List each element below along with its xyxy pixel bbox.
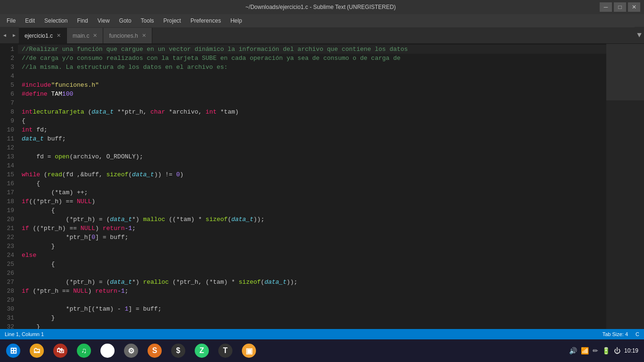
line-number-9: 9: [4, 116, 14, 125]
menu-item-view[interactable]: View: [93, 16, 115, 26]
menu-item-help[interactable]: Help: [226, 16, 247, 26]
taskbar-sublime[interactable]: S: [143, 341, 166, 361]
terminal-icon: $: [171, 344, 185, 358]
close-tab-2[interactable]: ✕: [142, 33, 146, 39]
line-number-31: 31: [4, 313, 14, 322]
tab-size[interactable]: Tab Size: 4: [603, 331, 628, 337]
line-number-6: 6: [4, 90, 14, 99]
tab-main-c[interactable]: main.c✕: [67, 28, 103, 43]
code-line-14: [18, 161, 606, 170]
tab-label: main.c: [73, 33, 89, 39]
taskbar-store[interactable]: 🛍: [49, 341, 72, 361]
wifi-icon[interactable]: 📶: [581, 347, 589, 354]
chrome-icon: ⬤: [100, 344, 115, 358]
close-button[interactable]: ✕: [628, 2, 640, 12]
taskbar-start[interactable]: ⊞: [2, 341, 25, 361]
line-numbers: 1234567891011121314151617181920212223242…: [0, 44, 18, 329]
code-line-1: //Realizar una función que cargue en un …: [18, 45, 606, 54]
tab-bar: ◀ ▶ ejercicio1.c✕main.c✕funciones.h✕▼: [0, 27, 644, 44]
tab-funciones-h[interactable]: funciones.h✕: [103, 28, 152, 43]
line-number-23: 23: [4, 242, 14, 251]
code-line-21: if ((*ptr_h) == NULL) return -1;: [18, 224, 606, 233]
menu-item-edit[interactable]: Edit: [20, 16, 40, 26]
line-number-26: 26: [4, 269, 14, 278]
line-number-1: 1: [4, 45, 14, 54]
line-number-24: 24: [4, 251, 14, 260]
close-tab-0[interactable]: ✕: [57, 33, 61, 39]
taskbar-terminal[interactable]: $: [167, 341, 190, 361]
line-number-10: 10: [4, 125, 14, 134]
taskbar: ⊞🗂🛍♫⬤⚙S$ZT▣ 🔊 📶 ✏ 🔋 ⏻ 10:19: [0, 339, 644, 362]
tab-scroll-right[interactable]: ▶: [9, 27, 19, 43]
line-number-14: 14: [4, 161, 14, 170]
typora-icon: T: [218, 344, 232, 358]
code-line-8: int lecturaTarjeta (data_t **ptr_h, char…: [18, 107, 606, 116]
battery-icon[interactable]: 🔋: [602, 347, 610, 354]
line-number-25: 25: [4, 260, 14, 269]
clock-time: 10:19: [624, 347, 638, 354]
line-number-32: 32: [4, 322, 14, 329]
menu-item-preferences[interactable]: Preferences: [186, 16, 226, 26]
start-icon: ⊞: [6, 344, 20, 358]
line-number-19: 19: [4, 206, 14, 215]
zip-icon: Z: [195, 344, 209, 358]
restore-button[interactable]: □: [614, 2, 626, 12]
power-icon[interactable]: ⏻: [614, 347, 620, 354]
taskbar-chrome[interactable]: ⬤: [96, 341, 119, 361]
menu-item-tools[interactable]: Tools: [136, 16, 159, 26]
taskbar-right: 🔊 📶 ✏ 🔋 ⏻ 10:19: [569, 347, 642, 354]
code-line-5: #include "funciones.h": [18, 81, 606, 90]
line-number-13: 13: [4, 152, 14, 161]
code-line-20: (*ptr_h) = (data_t*) malloc ((*tam) * si…: [18, 215, 606, 224]
line-number-16: 16: [4, 179, 14, 188]
line-number-5: 5: [4, 81, 14, 90]
tab-overflow[interactable]: ▼: [635, 27, 644, 43]
line-number-22: 22: [4, 233, 14, 242]
menu-bar: FileEditSelectionFindViewGotoToolsProjec…: [0, 14, 644, 27]
code-line-3: //la misma. La estructura de los datos e…: [18, 63, 606, 72]
code-line-17: (*tam) ++;: [18, 188, 606, 197]
title-bar: ~/Downloads/ejercicio1.c - Sublime Text …: [0, 0, 644, 14]
tab-scroll-left[interactable]: ◀: [0, 27, 9, 43]
code-line-12: [18, 143, 606, 152]
minimap-viewport: [606, 44, 644, 100]
code-line-32: }: [18, 322, 606, 329]
photos-icon: ▣: [242, 344, 256, 358]
tab-ejercicio1-c[interactable]: ejercicio1.c✕: [19, 28, 67, 43]
menu-item-goto[interactable]: Goto: [115, 16, 136, 26]
sublime-icon: S: [148, 344, 162, 358]
code-line-6: #define TAM 100: [18, 90, 606, 99]
minimize-button[interactable]: ─: [600, 2, 612, 12]
code-area[interactable]: //Realizar una función que cargue en un …: [18, 44, 606, 329]
menu-item-find[interactable]: Find: [72, 16, 92, 26]
settings-icon: ⚙: [124, 344, 138, 358]
taskbar-photos[interactable]: ▣: [238, 341, 260, 361]
code-line-31: }: [18, 313, 606, 322]
line-number-29: 29: [4, 296, 14, 304]
menu-item-file[interactable]: File: [2, 16, 20, 26]
close-tab-1[interactable]: ✕: [93, 33, 97, 39]
pen-icon[interactable]: ✏: [593, 347, 598, 354]
taskbar-settings[interactable]: ⚙: [120, 341, 142, 361]
taskbar-music[interactable]: ♫: [73, 341, 95, 361]
language-mode[interactable]: C: [636, 331, 639, 337]
taskbar-clock[interactable]: 10:19: [624, 347, 638, 354]
code-line-30: *ptr_h[(*tam) - 1] = buff;: [18, 304, 606, 313]
menu-item-selection[interactable]: Selection: [40, 16, 72, 26]
status-bar: Line 1, Column 1 Tab Size: 4 C: [0, 329, 644, 339]
code-line-9: {: [18, 116, 606, 125]
cursor-position: Line 1, Column 1: [5, 331, 44, 337]
code-line-4: [18, 72, 606, 81]
code-line-25: {: [18, 260, 606, 269]
taskbar-typora[interactable]: T: [214, 341, 237, 361]
line-number-11: 11: [4, 134, 14, 143]
menu-item-project[interactable]: Project: [159, 16, 186, 26]
line-number-20: 20: [4, 215, 14, 224]
store-icon: 🛍: [53, 344, 67, 358]
line-number-28: 28: [4, 287, 14, 296]
taskbar-files[interactable]: 🗂: [25, 341, 48, 361]
tab-label: ejercicio1.c: [25, 33, 53, 39]
taskbar-zip[interactable]: Z: [190, 341, 213, 361]
code-line-28: if (*ptr_h == NULL) return -1;: [18, 287, 606, 296]
volume-icon[interactable]: 🔊: [569, 347, 577, 354]
